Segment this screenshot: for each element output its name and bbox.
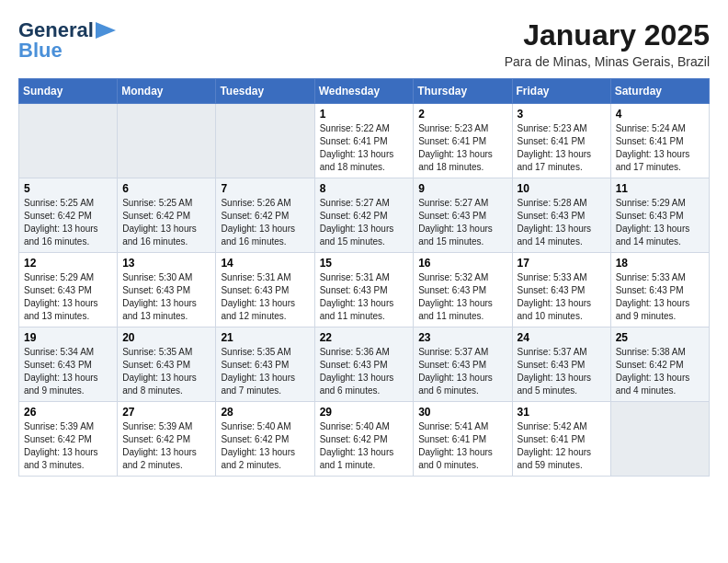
- day-info: Sunrise: 5:29 AM Sunset: 6:43 PM Dayligh…: [616, 197, 704, 248]
- week-row: 5Sunrise: 5:25 AM Sunset: 6:42 PM Daylig…: [19, 178, 710, 253]
- day-number: 7: [221, 182, 309, 195]
- day-info: Sunrise: 5:26 AM Sunset: 6:42 PM Dayligh…: [221, 197, 309, 248]
- day-info: Sunrise: 5:25 AM Sunset: 6:42 PM Dayligh…: [122, 197, 210, 248]
- day-number: 30: [418, 406, 506, 419]
- day-info: Sunrise: 5:28 AM Sunset: 6:43 PM Dayligh…: [518, 197, 606, 248]
- day-number: 17: [518, 257, 606, 270]
- calendar-cell: 14Sunrise: 5:31 AM Sunset: 6:43 PM Dayli…: [216, 253, 314, 327]
- day-info: Sunrise: 5:39 AM Sunset: 6:42 PM Dayligh…: [24, 420, 112, 472]
- day-info: Sunrise: 5:34 AM Sunset: 6:43 PM Dayligh…: [24, 346, 112, 397]
- svg-marker-0: [96, 22, 116, 39]
- day-info: Sunrise: 5:25 AM Sunset: 6:42 PM Dayligh…: [24, 197, 112, 248]
- calendar-cell: 3Sunrise: 5:23 AM Sunset: 6:41 PM Daylig…: [512, 104, 610, 178]
- day-number: 27: [122, 406, 210, 419]
- day-number: 29: [320, 406, 409, 419]
- day-header: Thursday: [414, 79, 512, 104]
- day-info: Sunrise: 5:39 AM Sunset: 6:42 PM Dayligh…: [122, 420, 210, 472]
- page-header: General Blue January 2025 Para de Minas,…: [18, 18, 710, 69]
- calendar-cell: [118, 104, 216, 178]
- location: Para de Minas, Minas Gerais, Brazil: [505, 54, 710, 69]
- calendar-cell: 24Sunrise: 5:37 AM Sunset: 6:43 PM Dayli…: [512, 327, 610, 402]
- calendar-cell: 5Sunrise: 5:25 AM Sunset: 6:42 PM Daylig…: [19, 178, 118, 253]
- calendar-cell: 15Sunrise: 5:31 AM Sunset: 6:43 PM Dayli…: [314, 253, 414, 327]
- day-number: 16: [418, 257, 506, 270]
- day-number: 22: [320, 331, 409, 344]
- day-info: Sunrise: 5:35 AM Sunset: 6:43 PM Dayligh…: [122, 346, 210, 397]
- day-info: Sunrise: 5:32 AM Sunset: 6:43 PM Dayligh…: [418, 271, 506, 323]
- calendar-cell: [610, 402, 709, 477]
- logo-blue: Blue: [18, 39, 63, 63]
- calendar-cell: 22Sunrise: 5:36 AM Sunset: 6:43 PM Dayli…: [314, 327, 414, 402]
- day-number: 5: [24, 182, 112, 195]
- day-info: Sunrise: 5:29 AM Sunset: 6:43 PM Dayligh…: [24, 271, 112, 323]
- day-number: 10: [518, 182, 606, 195]
- header-row: SundayMondayTuesdayWednesdayThursdayFrid…: [19, 79, 710, 104]
- day-info: Sunrise: 5:38 AM Sunset: 6:42 PM Dayligh…: [616, 346, 704, 397]
- calendar-cell: 17Sunrise: 5:33 AM Sunset: 6:43 PM Dayli…: [512, 253, 610, 327]
- calendar-cell: 27Sunrise: 5:39 AM Sunset: 6:42 PM Dayli…: [118, 402, 216, 477]
- day-header: Monday: [118, 79, 216, 104]
- day-number: 11: [616, 182, 704, 195]
- calendar-cell: 29Sunrise: 5:40 AM Sunset: 6:42 PM Dayli…: [314, 402, 414, 477]
- day-number: 1: [320, 108, 409, 121]
- week-row: 12Sunrise: 5:29 AM Sunset: 6:43 PM Dayli…: [19, 253, 710, 327]
- calendar-cell: 8Sunrise: 5:27 AM Sunset: 6:42 PM Daylig…: [314, 178, 414, 253]
- day-number: 8: [320, 182, 409, 195]
- calendar-cell: 1Sunrise: 5:22 AM Sunset: 6:41 PM Daylig…: [314, 104, 414, 178]
- logo-arrow-icon: [96, 22, 116, 39]
- calendar-cell: 18Sunrise: 5:33 AM Sunset: 6:43 PM Dayli…: [610, 253, 709, 327]
- calendar-cell: 23Sunrise: 5:37 AM Sunset: 6:43 PM Dayli…: [414, 327, 512, 402]
- calendar-cell: 21Sunrise: 5:35 AM Sunset: 6:43 PM Dayli…: [216, 327, 314, 402]
- day-number: 24: [518, 331, 606, 344]
- calendar-cell: [19, 104, 118, 178]
- day-info: Sunrise: 5:31 AM Sunset: 6:43 PM Dayligh…: [221, 271, 309, 323]
- day-number: 20: [122, 331, 210, 344]
- day-info: Sunrise: 5:24 AM Sunset: 6:41 PM Dayligh…: [616, 122, 704, 174]
- calendar-cell: 28Sunrise: 5:40 AM Sunset: 6:42 PM Dayli…: [216, 402, 314, 477]
- day-info: Sunrise: 5:41 AM Sunset: 6:41 PM Dayligh…: [418, 420, 506, 472]
- day-info: Sunrise: 5:23 AM Sunset: 6:41 PM Dayligh…: [518, 122, 606, 174]
- calendar-cell: 30Sunrise: 5:41 AM Sunset: 6:41 PM Dayli…: [414, 402, 512, 477]
- day-info: Sunrise: 5:22 AM Sunset: 6:41 PM Dayligh…: [320, 122, 409, 174]
- day-info: Sunrise: 5:31 AM Sunset: 6:43 PM Dayligh…: [320, 271, 409, 323]
- day-number: 15: [320, 257, 409, 270]
- day-number: 25: [616, 331, 704, 344]
- day-number: 4: [616, 108, 704, 121]
- week-row: 1Sunrise: 5:22 AM Sunset: 6:41 PM Daylig…: [19, 104, 710, 178]
- calendar-cell: 9Sunrise: 5:27 AM Sunset: 6:43 PM Daylig…: [414, 178, 512, 253]
- day-info: Sunrise: 5:37 AM Sunset: 6:43 PM Dayligh…: [518, 346, 606, 397]
- day-number: 26: [24, 406, 112, 419]
- day-info: Sunrise: 5:37 AM Sunset: 6:43 PM Dayligh…: [418, 346, 506, 397]
- month-title: January 2025: [505, 18, 710, 52]
- calendar-cell: 12Sunrise: 5:29 AM Sunset: 6:43 PM Dayli…: [19, 253, 118, 327]
- day-number: 14: [221, 257, 309, 270]
- day-info: Sunrise: 5:33 AM Sunset: 6:43 PM Dayligh…: [616, 271, 704, 323]
- calendar-cell: 13Sunrise: 5:30 AM Sunset: 6:43 PM Dayli…: [118, 253, 216, 327]
- day-info: Sunrise: 5:23 AM Sunset: 6:41 PM Dayligh…: [418, 122, 506, 174]
- day-number: 13: [122, 257, 210, 270]
- calendar-cell: 31Sunrise: 5:42 AM Sunset: 6:41 PM Dayli…: [512, 402, 610, 477]
- day-header: Saturday: [610, 79, 709, 104]
- calendar-cell: 11Sunrise: 5:29 AM Sunset: 6:43 PM Dayli…: [610, 178, 709, 253]
- calendar-table: SundayMondayTuesdayWednesdayThursdayFrid…: [18, 78, 710, 477]
- calendar-cell: 10Sunrise: 5:28 AM Sunset: 6:43 PM Dayli…: [512, 178, 610, 253]
- day-info: Sunrise: 5:33 AM Sunset: 6:43 PM Dayligh…: [518, 271, 606, 323]
- calendar-cell: 26Sunrise: 5:39 AM Sunset: 6:42 PM Dayli…: [19, 402, 118, 477]
- day-number: 9: [418, 182, 506, 195]
- calendar-cell: 19Sunrise: 5:34 AM Sunset: 6:43 PM Dayli…: [19, 327, 118, 402]
- day-header: Tuesday: [216, 79, 314, 104]
- day-info: Sunrise: 5:40 AM Sunset: 6:42 PM Dayligh…: [320, 420, 409, 472]
- calendar-cell: 16Sunrise: 5:32 AM Sunset: 6:43 PM Dayli…: [414, 253, 512, 327]
- week-row: 19Sunrise: 5:34 AM Sunset: 6:43 PM Dayli…: [19, 327, 710, 402]
- day-number: 12: [24, 257, 112, 270]
- day-number: 18: [616, 257, 704, 270]
- day-number: 2: [418, 108, 506, 121]
- day-header: Friday: [512, 79, 610, 104]
- day-number: 6: [122, 182, 210, 195]
- day-info: Sunrise: 5:27 AM Sunset: 6:43 PM Dayligh…: [418, 197, 506, 248]
- calendar-cell: 2Sunrise: 5:23 AM Sunset: 6:41 PM Daylig…: [414, 104, 512, 178]
- calendar-cell: 25Sunrise: 5:38 AM Sunset: 6:42 PM Dayli…: [610, 327, 709, 402]
- day-number: 19: [24, 331, 112, 344]
- calendar-cell: [216, 104, 314, 178]
- day-number: 3: [518, 108, 606, 121]
